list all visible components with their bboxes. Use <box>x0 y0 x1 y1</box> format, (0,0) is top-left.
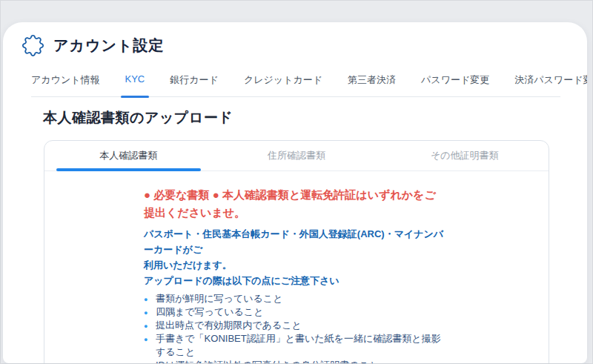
checklist-item-four-corners: 四隅まで写っていること <box>144 305 449 319</box>
document-type-tabs: 本人確認書類 住所確認書類 その他証明書類 <box>44 141 549 171</box>
required-notice-line2: 提出くださいませ。 <box>144 204 449 222</box>
gear-icon <box>22 35 44 56</box>
tab-payment-password-change[interactable]: 決済パスワード変更 <box>514 73 587 96</box>
checklist-item-valid-period: 提出時点で有効期限内であること <box>144 319 449 332</box>
tab-other-documents-label: その他証明書類 <box>431 149 499 162</box>
tab-other-documents[interactable]: その他証明書類 <box>380 141 549 171</box>
tab-kyc[interactable]: KYC <box>125 73 145 96</box>
accepted-docs-line1: パスポート・住民基本台帳カード・外国人登録証(ARC)・マイナンバーカードがご <box>144 226 449 257</box>
required-documents-notice: ● 必要な書類 ● 本人確認書類と運転免許証はいずれかをご 提出くださいませ。 <box>144 186 449 222</box>
upload-checklist: 書類が鮮明に写っていること 四隅まで写っていること 提出時点で有効期限内であるこ… <box>144 292 449 363</box>
kyc-instructions: ● 必要な書類 ● 本人確認書類と運転免許証はいずれかをご 提出くださいませ。 … <box>144 186 449 363</box>
accepted-docs-line2: 利用いただけます。 <box>144 257 449 273</box>
upload-caution-text: アップロードの際は以下の点にご注意下さい <box>144 273 449 288</box>
tab-account-info[interactable]: アカウント情報 <box>31 73 100 96</box>
tab-third-party-payment[interactable]: 第三者決済 <box>348 73 396 96</box>
page-title: アカウント設定 <box>53 36 164 56</box>
accepted-documents-text: パスポート・住民基本台帳カード・外国人登録証(ARC)・マイナンバーカードがご … <box>144 226 449 273</box>
tab-password-change[interactable]: パスワード変更 <box>421 73 489 96</box>
kyc-upload-panel: 本人確認書類 住所確認書類 その他証明書類 ● 必要な書類 ● 本人確認書類と運… <box>44 140 549 363</box>
checklist-item-clear-photo: 書類が鮮明に写っていること <box>144 292 449 305</box>
settings-nav-tabs: アカウント情報 KYC 銀行カード クレジットカード 第三者決済 パスワード変更… <box>31 73 560 97</box>
tab-address-documents-label: 住所確認書類 <box>268 149 325 162</box>
active-tab-underline <box>56 168 201 171</box>
tab-identity-documents[interactable]: 本人確認書類 <box>44 141 213 171</box>
tab-bank-card[interactable]: 銀行カード <box>170 73 219 96</box>
settings-card: アカウント設定 アカウント情報 KYC 銀行カード クレジットカード 第三者決済… <box>3 22 587 363</box>
checklist-item-handwritten-note: 手書きで「KONIBET認証用」と書いた紙を一緒に確認書類と撮影すること <box>144 332 449 359</box>
account-settings-screen: アカウント設定 アカウント情報 KYC 銀行カード クレジットカード 第三者決済… <box>0 0 593 364</box>
checklist-item-photo-id: IDは運転免許証以外の写真付きの身分証明書のこと <box>144 359 449 363</box>
tab-identity-documents-label: 本人確認書類 <box>99 149 157 162</box>
section-title: 本人確認書類のアップロード <box>43 108 587 128</box>
required-notice-line1: ● 必要な書類 ● 本人確認書類と運転免許証はいずれかをご <box>144 186 449 204</box>
tab-credit-card[interactable]: クレジットカード <box>244 73 322 96</box>
page-header: アカウント設定 <box>3 22 587 56</box>
tab-address-documents[interactable]: 住所確認書類 <box>213 141 381 171</box>
